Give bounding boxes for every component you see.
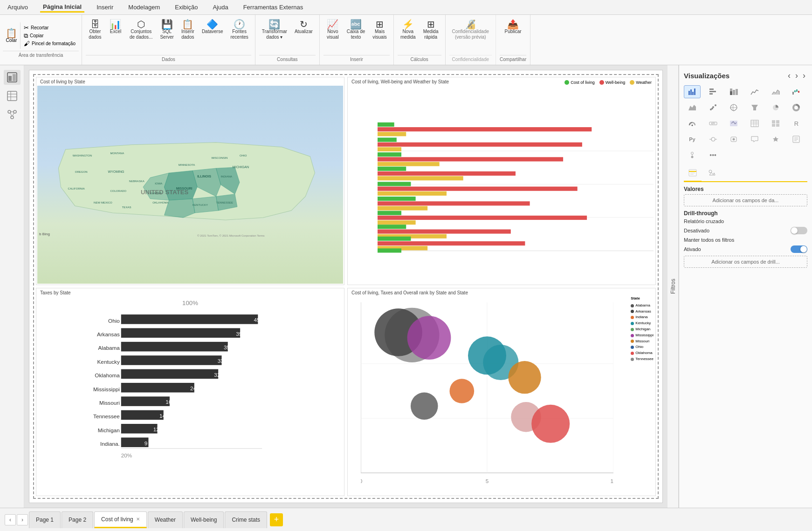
tab-cost-close[interactable]: ✕	[136, 517, 140, 522]
obter-dados-button[interactable]: 🗄 Obterdados	[86, 18, 104, 42]
ribbon: 📋 Colar ✂ Recortar ⧉ Copiar 🖌 Pincel de …	[0, 15, 812, 65]
ativado-track[interactable]	[791, 245, 807, 253]
dataverse-button[interactable]: 🔷 Dataverse	[199, 18, 226, 36]
atualizar-label: Atualizar	[295, 29, 313, 34]
tab-wellbeing[interactable]: Well-being	[184, 511, 224, 528]
svg-text:NEBRASKA: NEBRASKA	[129, 180, 145, 183]
legend-ohio: Ohio	[631, 344, 654, 350]
matrix-icon	[771, 120, 780, 127]
viz-icon-kpi[interactable]: KPI	[705, 117, 722, 130]
menu-modelagem[interactable]: Modelagem	[125, 3, 163, 12]
viz-icon-chat[interactable]	[746, 133, 763, 146]
scatter-icon	[709, 104, 717, 111]
caixa-texto-button[interactable]: 🔤 Caixa detexto	[344, 18, 368, 42]
viz-icon-slicer[interactable]	[684, 149, 701, 162]
relatorio-label: Relatório cruzado	[684, 218, 724, 224]
viz-icon-treemap[interactable]: R	[788, 117, 805, 130]
colar-button[interactable]: 📋 Colar	[3, 22, 21, 49]
viz-icon-donut[interactable]	[788, 101, 805, 114]
desativado-toggle[interactable]	[791, 227, 807, 234]
add-campos-btn[interactable]: Adicionar os campos de da...	[684, 194, 807, 206]
viz-icon-table2[interactable]	[746, 117, 763, 130]
tab-page2[interactable]: Page 2	[62, 511, 93, 528]
viz-icon-col[interactable]	[705, 85, 722, 98]
viz-tab-format[interactable]	[703, 166, 721, 181]
pincel-button[interactable]: 🖌 Pincel de formatação	[22, 40, 77, 47]
legend-alabama: Alabama	[631, 303, 654, 309]
menu-pagina-inicial[interactable]: Página Inicial	[40, 2, 84, 13]
svg-rect-66	[378, 201, 530, 205]
copiar-button[interactable]: ⧉ Copiar	[22, 32, 77, 39]
viz-icon-funnel[interactable]	[746, 101, 763, 114]
svg-text:32: 32	[214, 372, 220, 378]
menu-inserir[interactable]: Inserir	[94, 3, 116, 12]
viz-icon-waterfall[interactable]	[788, 85, 805, 98]
tab-page1[interactable]: Page 1	[29, 511, 61, 528]
mais-visuais-button[interactable]: ⊞ Maisvisuais	[370, 18, 390, 42]
viz-icon-line[interactable]	[746, 85, 763, 98]
fontes-button[interactable]: 🕐 Fontesrecentes	[227, 18, 251, 42]
viz-icon-paginated[interactable]	[788, 133, 805, 146]
viz-nav-next[interactable]: ›	[793, 70, 800, 82]
svg-rect-73	[378, 225, 406, 229]
menu-arquivo[interactable]: Arquivo	[5, 3, 31, 12]
recortar-button[interactable]: ✂ Recortar	[22, 24, 77, 31]
filtros-sidebar[interactable]: Filtros	[667, 65, 679, 508]
viz-tab-valores[interactable]	[684, 166, 702, 182]
tab-weather[interactable]: Weather	[148, 511, 183, 528]
viz-tabs	[684, 166, 807, 182]
viz-icon-gauge[interactable]	[684, 117, 701, 130]
tab-add-btn[interactable]: +	[270, 513, 283, 526]
tab-crime[interactable]: Crime stats	[225, 511, 267, 528]
sidebar-table-icon[interactable]	[4, 88, 21, 103]
viz-icon-area[interactable]	[767, 85, 784, 98]
atualizar-button[interactable]: ↻ Atualizar	[292, 18, 316, 36]
desativado-track[interactable]	[791, 227, 807, 234]
medida-rapida-button[interactable]: ⊞ Medidarápida	[420, 18, 441, 42]
viz-icon-ribbon[interactable]	[684, 101, 701, 114]
transformar-button[interactable]: 🔄 Transformardados ▾	[259, 18, 290, 42]
ativado-toggle[interactable]	[791, 245, 807, 253]
dataverse-label: Dataverse	[202, 29, 223, 34]
tab-cost-of-living[interactable]: Cost of living ✕	[94, 511, 147, 528]
nova-medida-button[interactable]: ⚡ Novamedida	[398, 18, 419, 42]
svg-text:OREGON: OREGON	[75, 170, 88, 173]
viz-icon-map2[interactable]	[725, 117, 742, 130]
svg-text:5: 5	[486, 478, 489, 484]
viz-icon-smart[interactable]	[767, 133, 784, 146]
sidebar-model-icon[interactable]	[4, 107, 21, 122]
sidebar-report-icon[interactable]	[4, 70, 21, 85]
tab-next-btn[interactable]: ›	[17, 514, 28, 525]
viz-icon-python[interactable]: Py	[684, 133, 701, 146]
viz-icon-ai[interactable]	[725, 133, 742, 146]
viz-icon-more[interactable]: •••	[705, 149, 722, 162]
sql-button[interactable]: 💾 SQLServer	[157, 18, 176, 42]
confidencialidade-button[interactable]: 🔏 Confidencialidade(versão prévia)	[449, 18, 492, 42]
measure-icon: ⚡	[402, 20, 414, 29]
viz-icon-map[interactable]	[725, 101, 742, 114]
manter-filtros-row: Manter todos os filtros	[684, 237, 807, 243]
refresh-icon: ↻	[300, 20, 308, 29]
viz-icon-bar[interactable]	[684, 85, 701, 98]
viz-icon-stacked[interactable]	[725, 85, 742, 98]
svg-rect-143	[709, 88, 714, 90]
inserir-dados-button[interactable]: 📋 Inserirdados	[179, 18, 197, 42]
svg-rect-108	[121, 424, 158, 434]
excel-button[interactable]: 📊 Excel	[106, 18, 125, 36]
viz-nav-prev[interactable]: ‹	[786, 70, 792, 82]
viz-icon-decomp[interactable]	[705, 133, 722, 146]
viz-icon-pie[interactable]	[767, 101, 784, 114]
menu-ajuda[interactable]: Ajuda	[210, 3, 231, 12]
menu-exibicao[interactable]: Exibição	[172, 3, 200, 12]
tab-prev-btn[interactable]: ‹	[5, 514, 16, 525]
menu-ferramentas[interactable]: Ferramentas Externas	[241, 3, 306, 12]
viz-icon-scatter[interactable]	[705, 101, 722, 114]
svg-point-134	[508, 361, 541, 394]
publicar-button[interactable]: 📤 Publicar	[502, 18, 524, 36]
viz-icon-matrix[interactable]	[767, 117, 784, 130]
viz-collapse-btn[interactable]: ›	[801, 70, 807, 82]
conjuntos-button[interactable]: ⬡ Conjuntosde dados...	[127, 18, 155, 42]
add-drill-btn[interactable]: Adicionar os campos de drill...	[684, 256, 807, 268]
svg-rect-90	[121, 342, 228, 352]
novo-visual-button[interactable]: 📈 Novovisual	[323, 18, 342, 42]
